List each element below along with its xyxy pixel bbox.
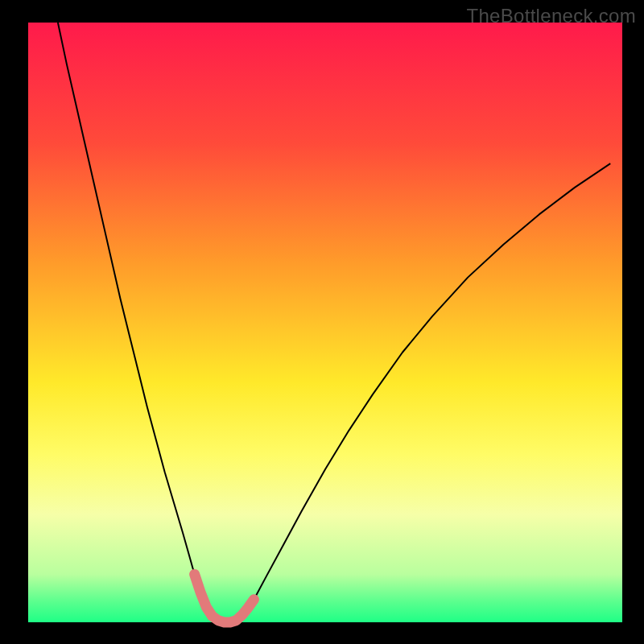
chart-background [28, 23, 622, 622]
bottleneck-chart [0, 0, 644, 644]
outer-frame: TheBottleneck.com [0, 0, 644, 644]
